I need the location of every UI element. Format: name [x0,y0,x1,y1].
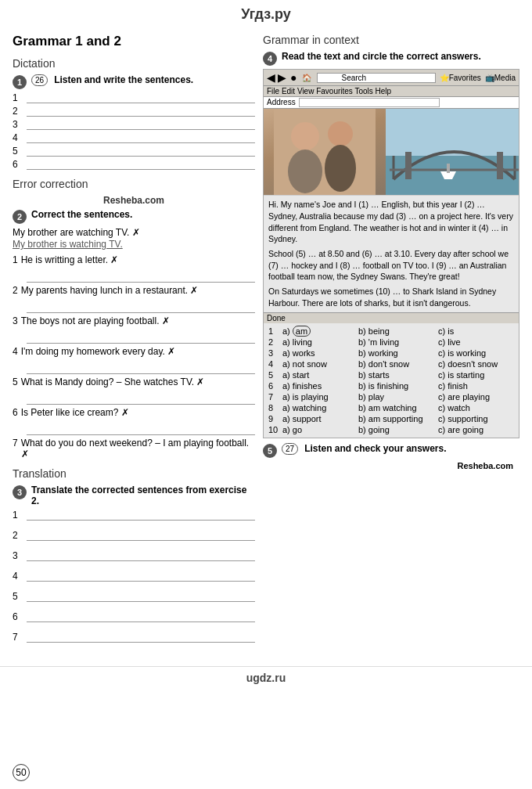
correction-line[interactable] [27,302,255,313]
svg-point-2 [288,150,322,193]
grammar-context-title: Grammar in context [263,34,519,46]
correction-line[interactable] [27,363,255,374]
correction-line-row [13,363,255,374]
ans-col-b[interactable]: b) am watching [358,403,437,413]
trans-line-num: 1 [13,510,23,521]
ans-col-b[interactable]: b) going [358,425,437,434]
exercise5-instruction: Listen and check your answers. [304,443,446,454]
write-line[interactable] [27,132,255,143]
translation-lines: 1234567 [13,510,255,643]
trans-write-line[interactable] [27,632,255,643]
write-line[interactable] [27,146,255,157]
ans-col-a[interactable]: a) is playing [282,392,357,402]
answer-option-a[interactable]: is playing [293,392,329,402]
ans-col-a[interactable]: a) living [282,337,357,347]
resheba-badge-1: Resheba.com [13,195,255,206]
write-line[interactable] [27,159,255,170]
ans-col-a[interactable]: a) support [282,414,357,423]
sentence-num: 2 [13,285,18,296]
line-num: 5 [13,146,23,157]
ans-col-a[interactable]: a) works [282,348,357,358]
trans-write-line[interactable] [27,591,255,602]
answer-option-a[interactable]: not snow [293,359,327,369]
ans-col-c[interactable]: c) is [438,326,512,336]
write-line[interactable] [27,119,255,130]
ans-col-a[interactable]: a) start [282,370,357,380]
ans-col-b[interactable]: b) 'm living [358,337,437,347]
ans-col-c[interactable]: c) live [438,337,512,347]
translation-line-row: 4 [13,571,255,582]
resheba-badge-2: Resheba.com [263,461,519,470]
ans-col-a[interactable]: a) go [282,425,357,434]
ans-col-b[interactable]: b) starts [358,370,437,380]
answer-option-a[interactable]: watching [293,403,326,413]
exercise1-instruction: Listen and write the sentences. [54,74,193,85]
trans-write-line[interactable] [27,530,255,541]
ans-col-c[interactable]: c) finish [438,381,512,391]
ans-num: 6 [268,381,281,391]
sentence-num: 1 [13,254,18,265]
answer-option-a[interactable]: finishes [293,381,322,391]
answer-option-a[interactable]: am [293,326,311,337]
ans-col-a[interactable]: a) finishes [282,381,357,391]
ans-col-b[interactable]: b) am supporting [358,414,437,423]
answer-option-a[interactable]: works [293,348,315,358]
left-column: Grammar 1 and 2 Dictation 1 26 Listen an… [13,34,255,652]
answers-table: 1 a) am b) being c) is 2 a) living b) 'm… [264,323,519,438]
ans-col-a[interactable]: a) not snow [282,359,357,369]
answer-row: 4 a) not snow b) don't snow c) doesn't s… [268,359,514,369]
line-num: 6 [13,159,23,170]
ans-col-c[interactable]: c) doesn't snow [438,359,512,369]
ans-col-b[interactable]: b) play [358,392,437,402]
error-section: Error correction Resheba.com 2 Correct t… [13,178,255,459]
line-num: 3 [13,119,23,130]
trans-write-line[interactable] [27,611,255,622]
exercise3-label: 3 Translate the corrected sentences from… [13,485,255,506]
translation-line-row: 7 [13,632,255,643]
answer-option-a[interactable]: support [293,414,322,423]
svg-point-1 [291,122,319,150]
track1-badge: 26 [31,74,48,86]
translation-line-row: 3 [13,550,255,561]
answer-option-a[interactable]: go [293,425,302,434]
page-title: Grammar 1 and 2 [13,34,255,49]
write-line[interactable] [27,92,255,103]
ans-num: 7 [268,392,281,402]
ans-col-b[interactable]: b) don't snow [358,359,437,369]
trans-write-line[interactable] [27,550,255,561]
ans-col-a[interactable]: a) am [282,326,357,336]
ans-col-c[interactable]: c) watch [438,403,512,413]
correction-line-row [13,394,255,405]
write-line[interactable] [27,106,255,117]
ans-col-b[interactable]: b) is finishing [358,381,437,391]
ans-col-c[interactable]: c) is starting [438,370,512,380]
correction-line[interactable] [27,272,255,283]
correction-line[interactable] [27,424,255,435]
correction-line[interactable] [27,394,255,405]
trans-line-num: 7 [13,632,23,643]
line-num: 2 [13,106,23,117]
ans-col-b[interactable]: b) working [358,348,437,358]
trans-write-line[interactable] [27,571,255,582]
ans-col-c[interactable]: c) is working [438,348,512,358]
answer-option-a[interactable]: living [293,337,312,347]
trans-write-line[interactable] [27,510,255,521]
sentence-item: 3The boys not are playing football. ✗ [13,315,255,326]
ans-col-b[interactable]: b) being [358,326,437,336]
dictation-line-row: 1 [13,92,255,103]
correction-line[interactable] [27,333,255,344]
trans-line-num: 4 [13,571,23,582]
ans-col-c[interactable]: c) are going [438,425,512,434]
ans-col-c[interactable]: c) are playing [438,392,512,402]
translation-section-title: Translation [13,467,255,480]
exercise5-num: 5 [263,444,277,458]
correction-line-row [13,302,255,313]
exercise1-label: 1 26 Listen and write the sentences. [13,74,255,89]
sentence-item: 4I'm doing my homework every day. ✗ [13,346,255,357]
ans-num: 4 [268,359,281,369]
answer-option-a[interactable]: start [293,370,309,380]
ans-col-a[interactable]: a) watching [282,403,357,413]
sentence-item: 5What is Mandy doing? – She watches TV. … [13,376,255,387]
ans-col-c[interactable]: c) supporting [438,414,512,423]
sentence-text: What is Mandy doing? – She watches TV. ✗ [21,376,205,387]
